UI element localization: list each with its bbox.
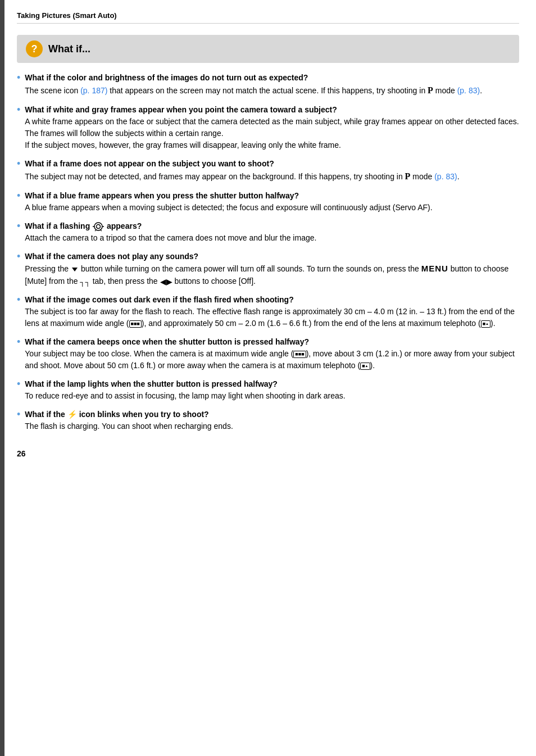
list-item: • What if the color and brightness of th…: [17, 72, 519, 97]
page-container: Taking Pictures (Smart Auto) ? What if..…: [0, 0, 536, 756]
bullet-dot: •: [17, 71, 20, 85]
menu-label: MENU: [421, 264, 448, 273]
bullet-content: What if the camera does not play any sou…: [25, 251, 519, 287]
telephoto-icon: ■▲: [481, 320, 490, 328]
question-text: What if the image comes out dark even if…: [25, 295, 293, 304]
list-item: • What if a flashing appears? Attach the…: [17, 220, 519, 244]
question-text: What if the camera beeps once when the s…: [25, 337, 309, 346]
answer-text: Your subject may be too close. When the …: [25, 349, 515, 370]
bullet-content: What if a frame does not appear on the s…: [25, 158, 519, 183]
question-text: What if a flashing appears?: [25, 221, 142, 230]
tab-icon: ┐┐: [80, 277, 90, 286]
answer-text: The subject is too far away for the flas…: [25, 307, 515, 328]
question-text: What if the color and brightness of the …: [25, 73, 308, 82]
question-text: What if a frame does not appear on the s…: [25, 159, 274, 168]
bullet-content: What if the ⚡ icon blinks when you try t…: [25, 409, 519, 432]
wide-angle-icon2: ■■■: [293, 351, 306, 358]
telephoto-icon2: ■▲: [360, 363, 370, 370]
page-header: Taking Pictures (Smart Auto): [17, 11, 519, 24]
section-title: What if...: [48, 43, 90, 55]
list-item: • What if the camera beeps once when the…: [17, 336, 519, 372]
lr-arrows-icon: ◀▶: [160, 277, 172, 286]
bullet-dot: •: [17, 219, 20, 233]
answer-text: Attach the camera to a tripod so that th…: [25, 233, 316, 242]
bullet-dot: •: [17, 103, 20, 117]
bullet-dot: •: [17, 335, 20, 349]
faq-list: • What if the color and brightness of th…: [17, 72, 519, 432]
answer-text: The scene icon (p. 187) that appears on …: [25, 86, 482, 95]
question-text: What if the ⚡ icon blinks when you try t…: [25, 410, 208, 419]
link-p187[interactable]: (p. 187): [80, 86, 107, 95]
list-item: • What if the camera does not play any s…: [17, 251, 519, 287]
list-item: • What if the lamp lights when the shutt…: [17, 378, 519, 402]
answer-text: Pressing the button while turning on the…: [25, 264, 508, 286]
bullet-content: What if a flashing appears? Attach the c…: [25, 220, 519, 244]
question-text: What if white and gray frames appear whe…: [25, 105, 337, 114]
link-p83-1[interactable]: (p. 83): [457, 86, 480, 95]
bullet-content: What if the color and brightness of the …: [25, 72, 519, 97]
svg-point-0: [94, 223, 102, 230]
wide-angle-icon: ■■■: [129, 320, 142, 328]
bullet-dot: •: [17, 250, 20, 264]
left-bar: [0, 0, 4, 756]
answer-text: A white frame appears on the face or sub…: [25, 117, 519, 150]
answer-text: The subject may not be detected, and fra…: [25, 172, 459, 181]
list-item: • What if white and gray frames appear w…: [17, 104, 519, 151]
list-item: • What if a blue frame appears when you …: [17, 190, 519, 214]
list-item: • What if the ⚡ icon blinks when you try…: [17, 409, 519, 432]
bullet-dot: •: [17, 293, 20, 307]
bullet-content: What if a blue frame appears when you pr…: [25, 190, 519, 214]
question-text: What if a blue frame appears when you pr…: [25, 191, 299, 200]
bullet-dot: •: [17, 377, 20, 391]
bullet-dot: •: [17, 189, 20, 203]
bullet-content: What if the camera beeps once when the s…: [25, 336, 519, 372]
svg-point-1: [97, 225, 101, 229]
header-title: Taking Pictures (Smart Auto): [17, 11, 117, 20]
page-number: 26: [17, 449, 519, 458]
bullet-content: What if the lamp lights when the shutter…: [25, 378, 519, 402]
content: Taking Pictures (Smart Auto) ? What if..…: [17, 0, 519, 481]
list-item: • What if a frame does not appear on the…: [17, 158, 519, 183]
what-if-header-box: ? What if...: [17, 35, 519, 63]
list-item: • What if the image comes out dark even …: [17, 294, 519, 329]
question-icon: ?: [26, 40, 43, 57]
down-arrow-icon: [72, 268, 78, 271]
question-text: What if the camera does not play any sou…: [25, 252, 198, 261]
answer-text: To reduce red-eye and to assist in focus…: [25, 391, 345, 400]
link-p83-2[interactable]: (p. 83): [434, 172, 457, 181]
answer-text: The flash is charging. You can shoot whe…: [25, 422, 233, 431]
bullet-dot: •: [17, 408, 20, 422]
bullet-dot: •: [17, 157, 20, 171]
question-text: What if the lamp lights when the shutter…: [25, 379, 278, 388]
bullet-content: What if white and gray frames appear whe…: [25, 104, 519, 151]
bullet-content: What if the image comes out dark even if…: [25, 294, 519, 329]
answer-text: A blue frame appears when a moving subje…: [25, 203, 432, 212]
camera-shake-icon: [92, 221, 105, 232]
